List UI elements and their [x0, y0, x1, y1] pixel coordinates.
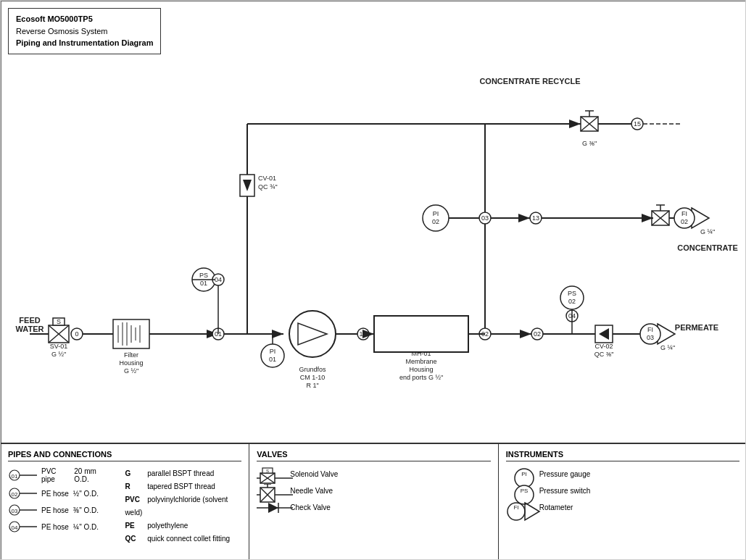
- svg-rect-16: [374, 316, 468, 352]
- svg-text:PI: PI: [521, 471, 527, 477]
- legend-pipe-row-1: 01 PVC pipe 20 mm O.D.: [8, 467, 110, 483]
- legend-valves-title: VALVES: [257, 450, 490, 461]
- svg-text:02: 02: [568, 298, 576, 305]
- FI-label: Rotameter: [539, 503, 573, 511]
- svg-text:WATER: WATER: [16, 325, 44, 333]
- legend-pipe-row-2: 02 PE hose ½" O.D.: [8, 487, 110, 500]
- svg-text:FI: FI: [513, 504, 518, 511]
- svg-text:CV-01: CV-01: [258, 175, 276, 182]
- check-label: Check Valve: [290, 503, 330, 511]
- legend-pipes-title: PIPES AND CONNECTIONS: [8, 450, 241, 461]
- legend-pipe-row-3: 03 PE hose ⅜" O.D.: [8, 503, 110, 517]
- PS-icon: PS: [506, 484, 535, 497]
- legend-check: Check Valve: [257, 501, 490, 514]
- legend-valves: VALVES S Solenoid Valve: [249, 444, 498, 560]
- pipe-size-03: ⅜" O.D.: [73, 506, 99, 514]
- svg-text:FEED: FEED: [19, 316, 40, 325]
- code-PVC: PVC polyvinylchloride (solvent weld): [125, 493, 241, 519]
- svg-text:FI: FI: [681, 210, 687, 217]
- FI-icon: FI: [506, 501, 535, 514]
- code-G: G parallel BSPT thread: [125, 467, 241, 480]
- svg-text:PS: PS: [520, 488, 528, 494]
- legend-PI: PI Pressure gauge: [506, 467, 739, 480]
- svg-text:01: 01: [12, 473, 18, 480]
- pipe-size-02: ½" O.D.: [73, 490, 99, 498]
- code-QC: QC quick connect collet fitting: [125, 532, 241, 546]
- needle-label: Needle Valve: [290, 487, 333, 495]
- page: Ecosoft MO5000TP5 Reverse Osmosis System…: [0, 0, 746, 560]
- legend-pipes: PIPES AND CONNECTIONS 01 PVC pipe 20 mm …: [1, 444, 249, 560]
- svg-text:Grundfos: Grundfos: [299, 366, 326, 373]
- legend-needle: Needle Valve: [257, 484, 490, 497]
- pipe-icon-04: 04: [8, 520, 37, 533]
- svg-text:G ½": G ½": [124, 367, 138, 375]
- svg-text:end ports G ½": end ports G ½": [399, 374, 443, 381]
- svg-text:CM 1-10: CM 1-10: [300, 374, 326, 381]
- legend-solenoid: S Solenoid Valve: [257, 467, 490, 480]
- svg-text:01: 01: [200, 280, 207, 287]
- svg-text:PI: PI: [270, 348, 276, 355]
- svg-text:FI: FI: [647, 326, 653, 333]
- pid-svg: 01 Grundfos CM 1-10 R 1" 1P MH-01 Membra…: [1, 1, 746, 443]
- legend-instruments-title: INSTRUMENTS: [506, 450, 739, 461]
- pipe-size-04: ¼" O.D.: [73, 523, 99, 531]
- PI-label: Pressure gauge: [539, 470, 591, 478]
- svg-text:CONCENTRATE RECYCLE: CONCENTRATE RECYCLE: [479, 77, 580, 85]
- svg-text:03: 03: [481, 214, 489, 222]
- svg-text:G ⅜": G ⅜": [582, 140, 597, 147]
- code-R: R tapered BSPT thread: [125, 480, 241, 493]
- svg-text:02: 02: [534, 330, 541, 338]
- svg-text:G ¼": G ¼": [700, 228, 715, 235]
- svg-text:PS: PS: [199, 272, 208, 279]
- svg-text:PI: PI: [433, 210, 439, 217]
- svg-text:G ¼": G ¼": [660, 344, 675, 351]
- svg-text:Housing: Housing: [409, 366, 433, 373]
- svg-point-7: [289, 311, 336, 357]
- PS-label: Pressure switch: [539, 487, 591, 495]
- svg-text:02: 02: [432, 218, 439, 225]
- svg-text:MH-01: MH-01: [411, 350, 431, 357]
- svg-text:1P: 1P: [359, 330, 367, 338]
- svg-text:R 1": R 1": [306, 382, 318, 389]
- legend-area: PIPES AND CONNECTIONS 01 PVC pipe 20 mm …: [1, 443, 746, 560]
- svg-marker-151: [268, 503, 278, 513]
- svg-text:PS: PS: [568, 290, 576, 297]
- svg-text:CV-02: CV-02: [594, 343, 613, 350]
- svg-text:Filter: Filter: [124, 351, 138, 359]
- pipe-icon-03: 03: [8, 503, 37, 517]
- svg-text:04: 04: [12, 525, 18, 531]
- svg-text:Housing: Housing: [119, 359, 143, 367]
- pipe-label-02: PE hose: [41, 490, 69, 498]
- svg-text:0: 0: [75, 330, 78, 338]
- svg-text:02: 02: [681, 218, 688, 225]
- legend-pipe-row-4: 04 PE hose ¼" O.D.: [8, 520, 110, 533]
- svg-text:QC ⅜": QC ⅜": [594, 351, 614, 358]
- svg-text:G ½": G ½": [51, 351, 66, 358]
- pipe-label-03: PE hose: [41, 506, 69, 514]
- pipe-icon-02: 02: [8, 487, 37, 500]
- needle-icon: [257, 484, 286, 497]
- legend-separator: [1, 443, 746, 444]
- svg-text:04: 04: [215, 276, 222, 283]
- pipe-size-01: 20 mm O.D.: [74, 467, 110, 483]
- check-valve-icon: [257, 501, 286, 514]
- PI-icon: PI: [506, 467, 535, 480]
- svg-text:02: 02: [12, 491, 18, 498]
- svg-text:01: 01: [269, 356, 276, 363]
- svg-text:03: 03: [12, 508, 18, 514]
- svg-text:PERMEATE: PERMEATE: [675, 323, 718, 332]
- code-PE: PE polyethylene: [125, 519, 241, 532]
- solenoid-icon: S: [257, 467, 286, 480]
- pipe-label-01: PVC pipe: [41, 467, 70, 483]
- pipe-icon-01: 01: [8, 469, 37, 482]
- diagram-area: 01 Grundfos CM 1-10 R 1" 1P MH-01 Membra…: [1, 1, 746, 443]
- svg-text:Membrane: Membrane: [405, 358, 436, 365]
- svg-text:S: S: [266, 469, 269, 473]
- svg-text:15: 15: [634, 120, 641, 128]
- svg-text:S: S: [57, 318, 61, 325]
- solenoid-label: Solenoid Valve: [290, 470, 338, 478]
- svg-text:SV-01: SV-01: [50, 343, 68, 350]
- pipe-label-04: PE hose: [41, 523, 69, 531]
- legend-PS: PS Pressure switch: [506, 484, 739, 497]
- svg-text:CONCENTRATE: CONCENTRATE: [677, 243, 738, 252]
